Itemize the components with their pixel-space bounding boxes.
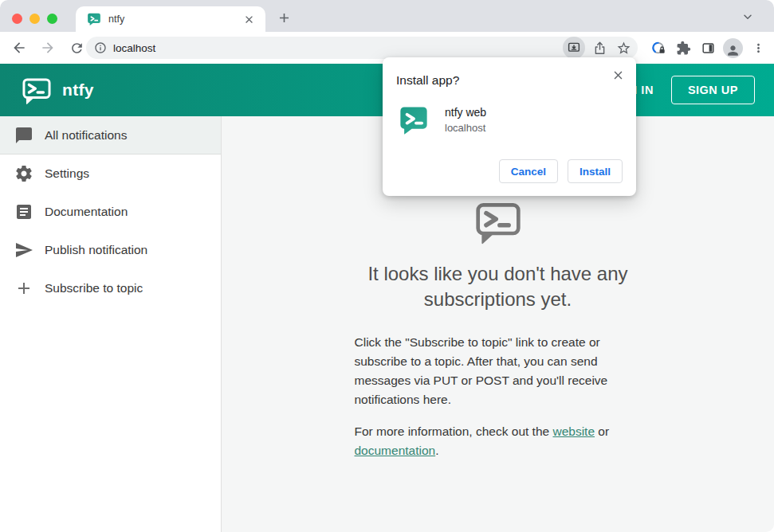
forward-arrow-icon[interactable] — [37, 37, 59, 59]
site-info-icon[interactable] — [94, 41, 107, 54]
sidebar-item-settings[interactable]: Settings — [0, 155, 221, 193]
tab-title: ntfy — [108, 14, 242, 25]
sidebar-item-documentation[interactable]: Documentation — [0, 193, 221, 231]
sidebar-item-label: Publish notification — [45, 243, 147, 257]
dialog-close-icon[interactable] — [610, 67, 626, 83]
sidebar-item-label: All notifications — [45, 128, 127, 143]
more-menu-icon[interactable] — [748, 38, 768, 57]
address-bar[interactable]: localhost — [86, 37, 638, 59]
bookmark-star-icon[interactable] — [614, 38, 633, 57]
browser-tab[interactable]: ntfy — [76, 6, 265, 32]
cancel-button[interactable]: Cancel — [499, 159, 558, 183]
sidebar-item-all-notifications[interactable]: All notifications — [0, 116, 221, 155]
ntfy-app-icon — [399, 105, 429, 135]
back-arrow-icon[interactable] — [8, 37, 30, 59]
ntfy-watermark-icon — [473, 198, 524, 245]
website-link[interactable]: website — [552, 424, 595, 438]
sidebar-item-label: Subscribe to topic — [45, 281, 143, 295]
sidebar: All notifications Settings Documentation… — [0, 116, 222, 532]
more-info-prefix: For more information, check out the — [355, 424, 553, 438]
plus-icon — [14, 279, 33, 298]
documentation-link[interactable]: documentation — [355, 444, 436, 457]
ntfy-logo-icon — [21, 75, 53, 105]
tab-close-icon[interactable] — [242, 12, 256, 26]
dialog-title: Install app? — [396, 73, 459, 88]
extension-lock-icon[interactable] — [649, 38, 668, 57]
window-close-button[interactable] — [12, 14, 22, 24]
sidebar-item-subscribe-to-topic[interactable]: Subscribe to topic — [0, 269, 221, 307]
install-app-icon[interactable] — [563, 37, 585, 59]
browser-window: ntfy localhost — [0, 0, 774, 532]
empty-state-heading: It looks like you don't have any subscri… — [331, 261, 666, 312]
extensions-puzzle-icon[interactable] — [674, 38, 693, 57]
dialog-app-origin: localhost — [445, 122, 485, 134]
brand-name: ntfy — [62, 80, 94, 100]
ntfy-favicon-icon — [87, 12, 101, 26]
refresh-icon[interactable] — [65, 37, 88, 59]
sign-up-button[interactable]: SIGN UP — [671, 76, 755, 104]
more-info-suffix: . — [435, 444, 438, 457]
send-icon — [14, 241, 33, 260]
new-tab-button[interactable] — [273, 6, 295, 29]
tab-search-chevron-icon[interactable] — [739, 8, 756, 25]
empty-state-body: Click the "Subscribe to topic" link to c… — [355, 333, 642, 409]
more-info-middle: or — [595, 424, 609, 438]
side-panel-icon[interactable] — [698, 38, 717, 57]
install-button[interactable]: Install — [568, 159, 623, 183]
install-app-dialog: Install app? ntfy web localhost Cancel I… — [383, 57, 636, 196]
share-icon[interactable] — [590, 38, 609, 57]
sidebar-item-label: Documentation — [45, 205, 128, 219]
empty-state-more-info: For more information, check out the webs… — [355, 422, 642, 460]
profile-avatar-icon[interactable] — [723, 38, 743, 58]
gear-icon — [14, 164, 33, 183]
window-minimize-button[interactable] — [29, 14, 40, 24]
tab-strip: ntfy — [0, 0, 774, 32]
chat-bubble-icon — [14, 126, 33, 145]
article-icon — [14, 202, 33, 221]
sidebar-item-publish-notification[interactable]: Publish notification — [0, 231, 221, 269]
sidebar-item-label: Settings — [45, 166, 89, 181]
url-text[interactable]: localhost — [113, 42, 563, 54]
window-maximize-button[interactable] — [47, 14, 57, 24]
dialog-app-name: ntfy web — [445, 106, 486, 119]
